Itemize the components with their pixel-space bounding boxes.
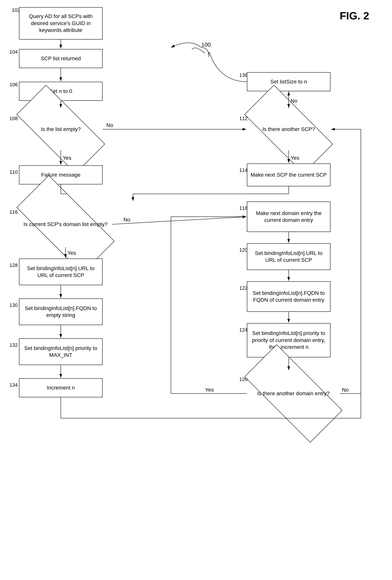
label-100: 100: [201, 41, 211, 48]
label-108: 108: [9, 116, 18, 122]
label-134: 134: [9, 382, 18, 388]
diamond-116: Is current SCP's domain list empty?: [19, 201, 112, 247]
label-110: 110: [9, 169, 18, 175]
label-128: 128: [9, 262, 18, 268]
box-136: Set listSize to n: [247, 72, 330, 91]
box-102: Query AD for all SCPs with desired servi…: [19, 7, 102, 39]
box-130: Set bindingInfoList[n].FQDN to empty str…: [19, 298, 102, 325]
diamond-108: Is the list empty?: [19, 108, 102, 150]
label-102: 102: [12, 7, 20, 13]
flowchart-diagram: FIG. 2 102 Query AD for all SCPs with de…: [0, 0, 392, 580]
label-132: 132: [9, 342, 18, 348]
diamond-112: Is there another SCP?: [247, 108, 330, 150]
figure-title: FIG. 2: [340, 9, 369, 22]
label-124: 124: [239, 327, 247, 333]
box-106: Set n to 0: [19, 82, 102, 101]
box-104: SCP list returned: [19, 49, 102, 68]
label-130: 130: [9, 302, 18, 308]
box-114: Make next SCP the current SCP: [247, 163, 330, 186]
label-120: 120: [239, 247, 247, 253]
svg-text:No: No: [342, 387, 349, 393]
label-118: 118: [239, 205, 247, 211]
label-106: 106: [9, 82, 18, 88]
box-110: Failure message: [19, 165, 102, 184]
box-134: Increment n: [19, 378, 102, 397]
diamond-126: Is there another domain entry?: [247, 371, 340, 416]
box-118: Make next domain entry the current domai…: [247, 201, 330, 232]
label-122: 122: [239, 285, 247, 291]
svg-line-18: [112, 217, 246, 224]
box-122: Set bindingInfoList[n].FQDN to FQDN of c…: [247, 281, 330, 312]
box-128: Set bindingInfoList[n].URL to URL of cur…: [19, 259, 102, 285]
svg-text:No: No: [123, 217, 130, 223]
label-114: 114: [239, 167, 247, 173]
box-124: Set bindingInfoList[n].priority to prior…: [247, 323, 330, 357]
label-116: 116: [9, 209, 18, 215]
box-132: Set bindingInfoList[n].priority to MAX_I…: [19, 338, 102, 365]
box-120: Set bindingInfoList[n].URL to URL of cur…: [247, 243, 330, 270]
svg-text:No: No: [106, 122, 113, 128]
label-104: 104: [9, 49, 18, 55]
label-136: 136: [239, 72, 247, 78]
svg-text:Yes: Yes: [205, 387, 214, 393]
